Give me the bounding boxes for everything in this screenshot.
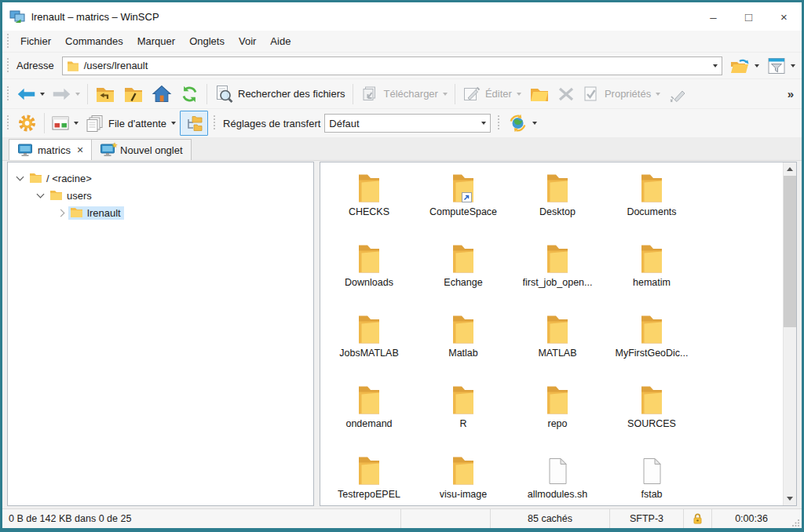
tree-item[interactable]: users	[8, 187, 313, 204]
file-item[interactable]: Downloads	[322, 240, 416, 311]
file-item[interactable]: Documents	[605, 169, 699, 240]
hidden-files-count[interactable]: 85 cachés	[491, 509, 610, 528]
dropdown-arrow-icon[interactable]	[75, 93, 80, 96]
menu-item-aide[interactable]: Aide	[263, 35, 298, 47]
vertical-scrollbar[interactable]	[783, 162, 796, 505]
dropdown-arrow-icon[interactable]	[443, 93, 448, 96]
protocol-indicator[interactable]: SFTP-3	[610, 509, 684, 528]
menu-item-marquer[interactable]: Marquer	[130, 35, 182, 47]
file-item[interactable]: JobsMATLAB	[322, 311, 416, 381]
toolbar-grip[interactable]	[497, 115, 501, 131]
file-item[interactable]: repo	[510, 381, 605, 452]
dropdown-arrow-icon[interactable]	[517, 93, 521, 96]
transfer-settings-select[interactable]: Défaut	[324, 114, 491, 133]
parent-directory-button[interactable]	[91, 82, 119, 106]
tab-matrics[interactable]: matrics ×	[9, 139, 92, 160]
file-item[interactable]: hematim	[605, 240, 699, 311]
open-directory-button[interactable]	[725, 54, 763, 78]
file-item[interactable]: ComputeSpace	[416, 169, 510, 240]
menu-item-fichier[interactable]: Fichier	[13, 35, 58, 47]
synchronize-browsing-toggle[interactable]	[180, 111, 208, 136]
close-button[interactable]: ×	[766, 2, 802, 31]
file-item[interactable]: fstab	[605, 452, 699, 505]
dropdown-arrow-icon[interactable]	[755, 64, 759, 67]
dropdown-arrow-icon[interactable]	[171, 122, 176, 125]
filter-button[interactable]	[763, 54, 799, 78]
forward-button[interactable]	[49, 82, 84, 106]
encryption-lock[interactable]	[684, 509, 712, 528]
preferences-button[interactable]	[13, 111, 41, 135]
file-item-icon	[451, 381, 476, 414]
file-item-icon	[639, 311, 664, 344]
file-item[interactable]: CHECKS	[322, 169, 416, 240]
dropdown-arrow-icon[interactable]	[791, 64, 795, 67]
tree-item[interactable]: / <racine>	[8, 169, 313, 187]
tree-node[interactable]: users	[48, 189, 95, 202]
dropdown-arrow-icon[interactable]	[532, 122, 537, 125]
file-item[interactable]: visu-image	[416, 452, 510, 505]
chevron-expanded-icon[interactable]	[37, 191, 45, 199]
file-item[interactable]: MyFirstGeoDic...	[605, 311, 699, 381]
chevron-expanded-icon[interactable]	[16, 173, 24, 181]
file-item[interactable]: SOURCES	[605, 381, 699, 452]
window-title: lrenault – matrics – WinSCP	[31, 11, 159, 23]
scrollbar-track[interactable]	[784, 176, 796, 492]
find-files-button[interactable]: Rechercher des fichiers	[210, 82, 349, 106]
dropdown-arrow-icon[interactable]	[481, 122, 486, 125]
dropdown-arrow-icon[interactable]	[74, 122, 79, 125]
menu-item-voir[interactable]: Voir	[232, 35, 263, 47]
toolbar-grip[interactable]	[6, 86, 10, 102]
scroll-down-icon[interactable]	[784, 492, 796, 505]
tree-item[interactable]: lrenault	[8, 204, 313, 221]
rename-button[interactable]	[664, 82, 691, 106]
edit-icon	[462, 86, 481, 103]
new-folder-button[interactable]	[525, 82, 554, 106]
queue-icon	[86, 115, 104, 133]
file-item[interactable]: MATLAB	[510, 311, 605, 381]
synchronize-button[interactable]	[504, 111, 541, 135]
toolbar-grip[interactable]	[213, 115, 217, 131]
file-item[interactable]: Matlab	[416, 311, 510, 381]
delete-button[interactable]	[554, 82, 579, 106]
root-directory-button[interactable]	[119, 82, 148, 106]
tree-node[interactable]: / <racine>	[27, 172, 95, 185]
file-item[interactable]: Echange	[416, 240, 510, 311]
dropdown-arrow-icon[interactable]	[656, 93, 660, 96]
toolbar-grip[interactable]	[6, 115, 10, 131]
minimize-button[interactable]: –	[696, 2, 731, 31]
scroll-up-icon[interactable]	[784, 162, 796, 176]
dropdown-arrow-icon[interactable]	[40, 93, 45, 96]
file-item[interactable]: R	[416, 381, 510, 452]
back-button[interactable]	[13, 82, 49, 106]
tree-item-label: lrenault	[87, 207, 121, 219]
edit-button[interactable]: Éditer	[459, 82, 525, 106]
tab-new-session[interactable]: ★ Nouvel onglet	[92, 139, 192, 160]
file-item-label: ComputeSpace	[429, 206, 497, 217]
resize-grip[interactable]	[791, 509, 802, 528]
queue-button[interactable]: File d'attente	[82, 111, 180, 135]
new-session-monitor-icon: ★	[100, 144, 115, 157]
scrollbar-thumb[interactable]	[784, 176, 796, 327]
file-item[interactable]: Desktop	[510, 169, 605, 240]
panel-layout-button[interactable]	[48, 111, 82, 135]
address-dropdown-icon[interactable]	[713, 64, 718, 67]
chevron-collapsed-icon[interactable]	[57, 209, 65, 217]
properties-button[interactable]: Propriétés	[579, 82, 664, 106]
home-directory-button[interactable]	[148, 82, 176, 106]
tree-node[interactable]: lrenault	[68, 206, 124, 220]
refresh-button[interactable]	[176, 82, 203, 106]
toolbar-grip[interactable]	[6, 34, 10, 49]
tab-close-icon[interactable]: ×	[77, 144, 83, 156]
download-button[interactable]: Télécharger	[356, 82, 451, 106]
file-item[interactable]: TestrepoEPEL	[322, 452, 416, 505]
toolbar-grip[interactable]	[6, 58, 10, 74]
gear-icon	[17, 114, 37, 133]
file-item[interactable]: allmodules.sh	[510, 452, 605, 505]
file-item[interactable]: first_job_open...	[510, 240, 605, 311]
menu-item-commandes[interactable]: Commandes	[58, 35, 130, 47]
toolbar-overflow-button[interactable]: »	[782, 87, 799, 100]
file-item[interactable]: ondemand	[322, 381, 416, 452]
menu-item-onglets[interactable]: Onglets	[182, 35, 232, 47]
maximize-button[interactable]: □	[731, 2, 766, 31]
address-input[interactable]: /users/lrenault	[62, 56, 722, 75]
